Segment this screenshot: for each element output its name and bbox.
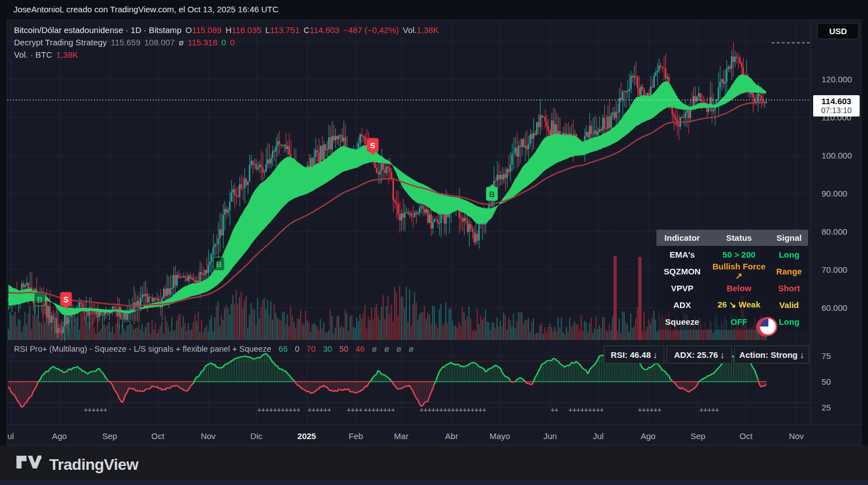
time-axis-label: ul	[7, 431, 14, 440]
low-value: 113.751	[270, 25, 299, 35]
time-axis[interactable]: ulAgoSepOctNovDic2025FebMarAbrMayoJunJul…	[7, 425, 862, 446]
buy-signal-marker: B	[34, 292, 46, 306]
time-axis-label: Sep	[102, 431, 118, 440]
col-indicator: Indicator	[656, 233, 708, 243]
buy-signal-marker: B	[486, 187, 498, 201]
tradingview-logo[interactable]: TradingView	[16, 453, 138, 477]
indicator-row: EMA's 50 > 200 Long	[656, 246, 808, 263]
indicator-signal: Long	[770, 250, 808, 259]
volume-value: 1,38K	[417, 25, 439, 35]
vol-btc-value: 1,38K	[56, 49, 78, 61]
strategy-value: ø	[179, 36, 184, 49]
vol-btc-label: Vol. · BTC	[14, 49, 52, 61]
indicator-signal: Range	[770, 267, 808, 276]
attribution-text: JoseAntonioL creado con TradingView.com,…	[13, 4, 279, 14]
indicator-signal: Short	[770, 283, 808, 293]
indicator-row: Squeeze OFF Long	[656, 313, 808, 330]
open-value: 115.089	[192, 25, 222, 35]
chart-widget: Bitcoin/Dólar estadounidense · 1D · Bits…	[7, 20, 861, 445]
indicator-name: ADX	[656, 300, 708, 310]
tradingview-embed: JoseAntonioL creado con TradingView.com,…	[0, 0, 868, 485]
buy-signal-marker: B	[213, 257, 225, 271]
close-value: 114.603	[309, 25, 339, 35]
indicator-status: 26 ↘ Weak	[708, 300, 770, 310]
indicator-name: Squeeze	[656, 317, 708, 327]
tradingview-mark-icon	[16, 453, 41, 477]
chart-legend: Bitcoin/Dólar estadounidense · 1D · Bits…	[14, 24, 439, 61]
indicator-signal: Valid	[770, 300, 808, 310]
strategy-value: 115.659	[111, 36, 140, 49]
change-value: −487 (−0,42%)	[343, 24, 398, 36]
time-axis-label: Jul	[593, 431, 603, 440]
strategy-value: 0	[230, 36, 234, 49]
time-axis-label: Sep	[691, 431, 706, 440]
current-price-value: 114.603	[813, 96, 860, 106]
legend-strategy-row: Decrypt Trading Strategy 115.659 108.007…	[14, 36, 439, 49]
strategy-title: Decrypt Trading Strategy	[14, 36, 107, 49]
indicator-status: Bullish Force ↗	[708, 262, 770, 281]
time-axis-label: Ago	[52, 431, 67, 440]
price-axis-label: 120.000	[822, 74, 852, 84]
bottom-strip	[0, 480, 868, 485]
rsi-legend-value: 66	[279, 344, 288, 353]
strategy-value: 115.318	[187, 36, 217, 49]
time-axis-label: Mayo	[490, 431, 510, 440]
strategy-value: 0	[222, 36, 226, 49]
col-status: Status	[708, 233, 770, 243]
footer-bar: TradingView	[0, 445, 868, 485]
close-label: C114.603	[304, 24, 340, 36]
indicator-row: ADX 26 ↘ Weak Valid	[656, 296, 808, 313]
rsi-legend-value: ø	[372, 344, 377, 353]
rsi-legend-value: ø	[409, 344, 414, 353]
rsi-legend-value: 46	[355, 344, 364, 353]
symbol-title: Bitcoin/Dólar estadounidense · 1D · Bits…	[14, 24, 181, 36]
time-axis-label: Mar	[394, 431, 409, 440]
rsi-legend-value: 70	[307, 344, 316, 353]
price-axis-label: 75	[822, 351, 831, 361]
time-axis-label: Oct	[151, 431, 164, 440]
us-flag-icon	[758, 317, 777, 336]
legend-volume-row: Vol. · BTC 1,38K	[14, 49, 439, 61]
time-axis-label: 2025	[297, 431, 316, 440]
strategy-value: 108.007	[144, 36, 175, 49]
currency-button[interactable]: USD	[817, 23, 859, 39]
open-label: O115.089	[185, 24, 222, 36]
time-axis-label: Nov	[201, 431, 216, 440]
tradingview-wordmark: TradingView	[49, 456, 138, 474]
time-axis-label: Abr	[445, 431, 458, 440]
price-axis-label: 90.000	[822, 189, 847, 198]
rsi-legend: RSI Pro+ (Multilang) - Squeeze - L/S sig…	[14, 344, 414, 353]
rsi-stat-box: Action: Strong ↓	[734, 346, 809, 363]
sell-signal-marker: S	[367, 138, 379, 152]
high-label: H116.035	[226, 24, 261, 36]
time-axis-label: Oct	[739, 431, 752, 440]
rsi-legend-value: 50	[339, 344, 348, 353]
price-axis-label: 60.000	[822, 303, 847, 313]
time-axis-label: Nov	[789, 431, 804, 440]
time-axis-label: Dic	[250, 431, 262, 440]
price-axis[interactable]: USD 120.000110.000100.00090.00080.00070.…	[810, 20, 861, 425]
price-axis-label: 25	[822, 403, 831, 412]
legend-symbol-row: Bitcoin/Dólar estadounidense · 1D · Bits…	[14, 24, 439, 36]
indicator-status-table: Indicator Status Signal EMA's 50 > 200 L…	[656, 230, 808, 330]
rsi-stat-box: RSI: 46.48 ↓	[604, 346, 664, 363]
time-axis-label: Ago	[641, 431, 656, 440]
indicator-table-header: Indicator Status Signal	[656, 230, 808, 246]
time-axis-label: Feb	[349, 431, 363, 440]
indicator-name: EMA's	[656, 250, 708, 259]
indicator-row: SQZMON Bullish Force ↗ Range	[656, 263, 808, 279]
rsi-indicator-title: RSI Pro+ (Multilang) - Squeeze - L/S sig…	[14, 344, 271, 353]
sell-signal-marker: S	[60, 292, 72, 306]
indicator-name: VPVP	[656, 283, 708, 293]
current-price-tag: 114.603 07:13:10	[813, 95, 860, 116]
price-axis-label: 50	[822, 377, 831, 386]
col-signal: Signal	[770, 233, 808, 243]
indicator-row: VPVP Below Short	[656, 279, 808, 296]
rsi-stat-box: ADX: 25.76 ↓	[667, 346, 732, 363]
bar-countdown: 07:13:10	[813, 106, 860, 115]
price-axis-label: 100.000	[822, 151, 852, 160]
price-axis-label: 80.000	[822, 227, 847, 236]
rsi-legend-value: 30	[323, 344, 332, 353]
indicator-name: SQZMON	[656, 267, 708, 276]
indicator-status: Below	[708, 283, 770, 293]
